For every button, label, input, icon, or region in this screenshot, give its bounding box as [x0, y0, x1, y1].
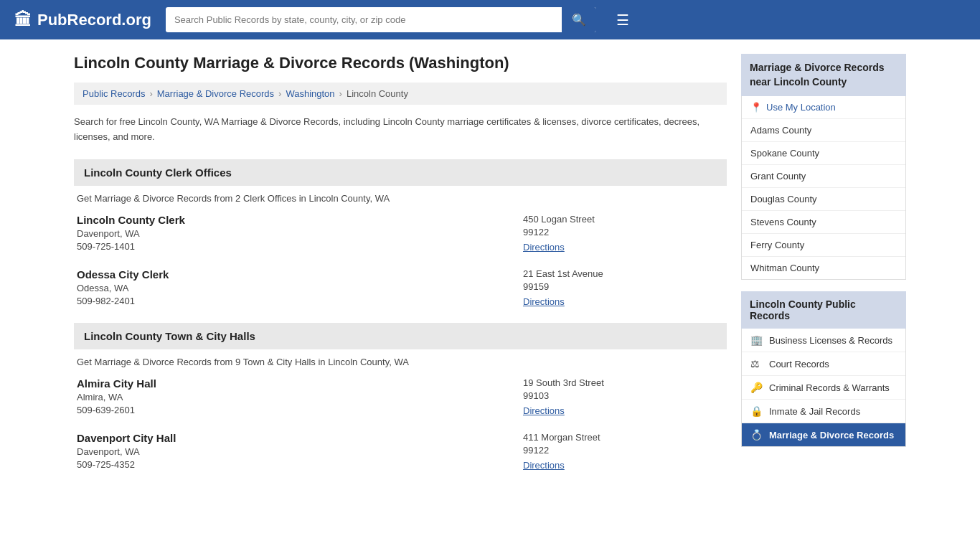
breadcrumb-sep-2: ›: [278, 88, 281, 99]
cityhall-sub-desc: Get Marriage & Divorce Records from 9 To…: [74, 357, 727, 367]
page-description: Search for free Lincoln County, WA Marri…: [74, 115, 727, 145]
site-header: 🏛 PubRecord.org 🔍 ☰: [0, 0, 980, 39]
sidebar-item-ferry[interactable]: Ferry County: [742, 234, 905, 257]
sidebar-nearby-list: 📍 Use My Location Adams County Spokane C…: [741, 96, 906, 280]
breadcrumb-washington[interactable]: Washington: [286, 88, 334, 99]
search-input[interactable]: [166, 9, 562, 31]
sidebar-link-spokane[interactable]: Spokane County: [750, 148, 819, 159]
sidebar-item-business-licenses[interactable]: 🏢 Business Licenses & Records: [742, 329, 905, 352]
site-logo[interactable]: 🏛 PubRecord.org: [14, 10, 151, 30]
sidebar-item-marriage-records[interactable]: 💍 Marriage & Divorce Records: [742, 423, 905, 446]
sidebar: Marriage & Divorce Records near Lincoln …: [741, 54, 906, 486]
sidebar-use-location[interactable]: 📍 Use My Location: [742, 96, 905, 119]
record-left-davenport: Davenport City Hall Davenport, WA 509-72…: [77, 432, 523, 472]
hall-name-2: Davenport City Hall: [77, 432, 523, 444]
breadcrumb-sep-3: ›: [339, 88, 342, 99]
record-entry-almira: Almira City Hall Almira, WA 509-639-2601…: [74, 377, 727, 418]
search-button[interactable]: 🔍: [562, 7, 596, 32]
logo-icon: 🏛: [14, 10, 32, 30]
sidebar-item-court-records[interactable]: ⚖ Court Records: [742, 352, 905, 376]
clerk-name-1: Lincoln County Clerk: [77, 214, 523, 226]
cityhall-section-header: Lincoln County Town & City Halls: [74, 323, 727, 349]
court-icon: ⚖: [750, 358, 763, 369]
hall-name-1: Almira City Hall: [77, 377, 523, 390]
sidebar-item-douglas[interactable]: Douglas County: [742, 188, 905, 211]
breadcrumb-lincoln-county: Lincoln County: [347, 88, 408, 99]
hall-zip-1: 99103: [523, 390, 724, 401]
clerk-zip-1: 99122: [523, 227, 724, 237]
clerk-city-2: Odessa, WA: [77, 283, 523, 293]
hall-address-1: 19 South 3rd Street: [523, 377, 724, 388]
criminal-icon: 🔑: [750, 382, 763, 393]
sidebar-link-grant[interactable]: Grant County: [750, 171, 806, 182]
record-right-almira: 19 South 3rd Street 99103 Directions: [523, 377, 724, 418]
search-bar: 🔍: [166, 7, 596, 32]
breadcrumb-marriage-divorce[interactable]: Marriage & Divorce Records: [157, 88, 274, 99]
clerk-phone-2: 509-982-2401: [77, 296, 523, 306]
sidebar-link-adams[interactable]: Adams County: [750, 125, 811, 136]
clerk-sub-desc: Get Marriage & Divorce Records from 2 Cl…: [74, 193, 727, 204]
sidebar-link-business[interactable]: Business Licenses & Records: [769, 335, 892, 346]
hall-city-2: Davenport, WA: [77, 446, 523, 457]
sidebar-link-stevens[interactable]: Stevens County: [750, 217, 816, 227]
logo-text: PubRecord.org: [37, 11, 151, 29]
hall-directions-1[interactable]: Directions: [523, 405, 565, 416]
hall-directions-2[interactable]: Directions: [523, 460, 565, 471]
inmate-icon: 🔒: [750, 405, 763, 417]
hall-city-1: Almira, WA: [77, 392, 523, 402]
clerk-directions-2[interactable]: Directions: [523, 296, 565, 307]
sidebar-item-adams[interactable]: Adams County: [742, 119, 905, 142]
hall-address-2: 411 Morgan Street: [523, 432, 724, 443]
sidebar-public-list: 🏢 Business Licenses & Records ⚖ Court Re…: [741, 329, 906, 447]
sidebar-item-spokane[interactable]: Spokane County: [742, 142, 905, 165]
business-icon: 🏢: [750, 334, 763, 346]
breadcrumb-public-records[interactable]: Public Records: [83, 88, 145, 99]
clerk-address-2: 21 East 1st Avenue: [523, 268, 724, 279]
record-entry-lincoln-clerk: Lincoln County Clerk Davenport, WA 509-7…: [74, 214, 727, 254]
sidebar-item-whitman[interactable]: Whitman County: [742, 257, 905, 279]
use-location-link[interactable]: Use My Location: [766, 102, 836, 113]
breadcrumb-sep-1: ›: [149, 88, 152, 99]
sidebar-link-inmate[interactable]: Inmate & Jail Records: [769, 406, 860, 417]
sidebar-item-inmate-records[interactable]: 🔒 Inmate & Jail Records: [742, 400, 905, 423]
menu-button[interactable]: ☰: [611, 10, 635, 30]
sidebar-link-douglas[interactable]: Douglas County: [750, 194, 817, 204]
clerk-directions-1[interactable]: Directions: [523, 242, 565, 253]
location-pin-icon: 📍: [750, 102, 762, 113]
hall-phone-2: 509-725-4352: [77, 459, 523, 470]
clerk-address-1: 450 Logan Street: [523, 214, 724, 225]
record-right-odessa: 21 East 1st Avenue 99159 Directions: [523, 268, 724, 309]
sidebar-item-stevens[interactable]: Stevens County: [742, 211, 905, 234]
record-left-odessa: Odessa City Clerk Odessa, WA 509-982-240…: [77, 268, 523, 309]
hall-phone-1: 509-639-2601: [77, 405, 523, 415]
clerk-zip-2: 99159: [523, 281, 724, 292]
sidebar-item-grant[interactable]: Grant County: [742, 165, 905, 188]
sidebar-link-marriage[interactable]: Marriage & Divorce Records: [769, 430, 894, 441]
sidebar-public-records-header: Lincoln County Public Records: [741, 291, 906, 329]
sidebar-nearby-header: Marriage & Divorce Records near Lincoln …: [741, 54, 906, 96]
clerk-city-1: Davenport, WA: [77, 228, 523, 239]
breadcrumb: Public Records › Marriage & Divorce Reco…: [74, 83, 727, 105]
record-left-almira: Almira City Hall Almira, WA 509-639-2601: [77, 377, 523, 418]
content-area: Lincoln County Marriage & Divorce Record…: [74, 54, 727, 486]
clerk-section-header: Lincoln County Clerk Offices: [74, 159, 727, 186]
main-container: Lincoln County Marriage & Divorce Record…: [60, 39, 920, 501]
clerk-name-2: Odessa City Clerk: [77, 268, 523, 281]
record-left: Lincoln County Clerk Davenport, WA 509-7…: [77, 214, 523, 254]
hall-zip-2: 99122: [523, 445, 724, 456]
record-right-davenport: 411 Morgan Street 99122 Directions: [523, 432, 724, 472]
record-entry-davenport: Davenport City Hall Davenport, WA 509-72…: [74, 432, 727, 472]
sidebar-link-ferry[interactable]: Ferry County: [750, 240, 804, 250]
sidebar-link-whitman[interactable]: Whitman County: [750, 263, 819, 273]
sidebar-link-court[interactable]: Court Records: [769, 359, 829, 369]
sidebar-link-criminal[interactable]: Criminal Records & Warrants: [769, 382, 890, 393]
sidebar-item-criminal-records[interactable]: 🔑 Criminal Records & Warrants: [742, 376, 905, 400]
marriage-icon: 💍: [750, 429, 763, 441]
page-title: Lincoln County Marriage & Divorce Record…: [74, 54, 727, 72]
record-entry-odessa-clerk: Odessa City Clerk Odessa, WA 509-982-240…: [74, 268, 727, 309]
record-right: 450 Logan Street 99122 Directions: [523, 214, 724, 254]
clerk-phone-1: 509-725-1401: [77, 241, 523, 252]
